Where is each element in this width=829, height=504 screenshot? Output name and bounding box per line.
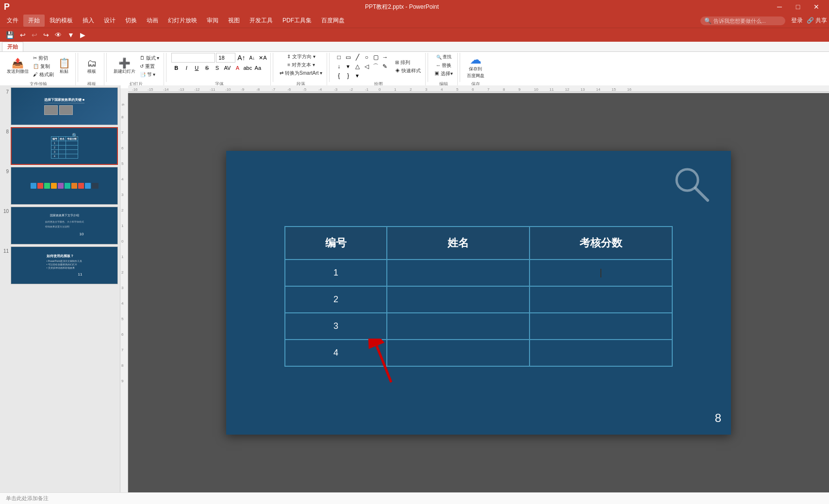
font-size-input[interactable] [216,53,235,63]
shape-freeform[interactable]: ✎ [381,62,389,71]
send-to-wechat-button[interactable]: 📤 发送到微信 [5,57,31,76]
table-cell-1-score[interactable] [530,260,672,286]
table-cell-1-name[interactable] [387,260,530,286]
menu-review[interactable]: 审阅 [202,15,223,27]
menu-home[interactable]: 开始 [23,15,45,27]
template-button[interactable]: 🗂 模板 [84,57,99,76]
text-highlight-button[interactable]: abc [243,64,252,72]
table-cell-4-name[interactable] [387,340,530,366]
menu-insert[interactable]: 插入 [78,15,99,27]
maximize-button[interactable]: □ [789,0,807,14]
menu-design[interactable]: 设计 [99,15,120,27]
shape-arrow-d[interactable]: ↓ [334,62,343,71]
menu-animation[interactable]: 动画 [142,15,163,27]
qa-start-from-beginning[interactable]: ▶ [78,30,87,40]
save-to-baidu-button[interactable]: ☁ 保存到 百度网盘 [465,53,486,80]
underline-button[interactable]: U [192,64,201,72]
qa-undo[interactable]: ↩ [18,30,28,40]
slide-thumb-8[interactable]: 8 🔍 编号 姓名 考核分数 1 [2,127,118,165]
table-row-2[interactable]: 2 [285,286,672,313]
font-size-increase-button[interactable]: A↑ [236,53,246,62]
shape-rect[interactable]: □ [334,53,343,62]
slide-thumb-10[interactable]: 10 国家效效果下文字介绍 如何更改文字颜色、大小和字体样式 特殊效果设置方法说… [2,207,118,244]
align-text-button[interactable]: ≡ 对齐文本 ▾ [286,61,316,69]
shape-brace[interactable]: { [334,71,343,80]
clear-format-button[interactable]: ✕A [258,53,267,62]
menu-baidu[interactable]: 百度网盘 [316,15,349,27]
menu-transition[interactable]: 切换 [120,15,142,27]
table-cell-3-id[interactable]: 3 [285,313,387,340]
quick-styles-button[interactable]: ◈ 快速样式 [394,67,422,75]
qa-redo[interactable]: ↪ [41,30,51,40]
layout-button[interactable]: 🗒 版式 ▾ [138,54,161,62]
find-button[interactable]: 🔍 查找 [434,53,453,61]
table-cell-3-score[interactable] [530,313,672,340]
table-cell-2-id[interactable]: 2 [285,286,387,313]
font-size-decrease-button[interactable]: A↓ [247,53,257,62]
text-direction-button[interactable]: ⇕ 文字方向 ▾ [285,53,317,61]
table-cell-2-score[interactable] [530,286,672,313]
slide-preview-11[interactable]: 如何使用此模板？ • PowerPoint是演示文稿制作工具 • 可以轻松创建精… [11,246,118,284]
qa-print-preview[interactable]: 👁 [53,30,64,40]
reset-button[interactable]: ↺ 重置 [138,63,161,70]
menu-mytemplate[interactable]: 我的模板 [45,15,78,27]
shape-rtri[interactable]: ◁ [362,62,371,71]
shape-tri[interactable]: △ [353,62,362,71]
slide-preview-8[interactable]: 🔍 编号 姓名 考核分数 1 2 3 [11,127,118,165]
font-aa-button[interactable]: Aa [253,64,263,72]
table-row-4[interactable]: 4 [285,340,672,366]
shape-circle[interactable]: ○ [362,53,371,62]
bold-button[interactable]: B [171,64,181,72]
menu-file[interactable]: 文件 [2,15,23,27]
table-cell-4-score[interactable] [530,340,672,366]
table-cell-2-name[interactable] [387,286,530,313]
menu-slideshow[interactable]: 幻灯片放映 [163,15,202,27]
minimize-button[interactable]: ─ [771,0,788,14]
slide-preview-10[interactable]: 国家效效果下文字介绍 如何更改文字颜色、大小和字体样式 特殊效果设置方法说明 1… [11,207,118,244]
search-input[interactable] [713,18,781,24]
qa-customize[interactable]: ▼ [66,30,76,40]
slide-preview-9[interactable] [11,167,118,205]
table-cell-1-id[interactable]: 1 [285,260,387,286]
copy-button[interactable]: 📋 复制 [32,63,55,70]
slide-thumb-9[interactable]: 9 [2,167,118,205]
italic-button[interactable]: I [182,64,191,72]
slide-thumb-7[interactable]: 7 选择下国家效效果的关键 ■ [2,87,118,125]
shape-rounded-rect[interactable]: ▭ [344,53,352,62]
close-button[interactable]: ✕ [808,0,825,14]
font-name-input[interactable] [171,53,215,63]
notes-bar[interactable]: 单击此处添加备注 [0,492,829,504]
arrange-button[interactable]: ⊞ 排列 [394,59,422,66]
replace-button[interactable]: ↔ 替换 [434,62,453,69]
format-painter-button[interactable]: 🖌 格式刷 [32,71,55,79]
new-slide-button[interactable]: ➕ 新建幻灯片 [112,57,137,76]
slide-preview-7[interactable]: 选择下国家效效果的关键 ■ [11,87,118,125]
slide-thumb-11[interactable]: 11 如何使用此模板？ • PowerPoint是演示文稿制作工具 • 可以轻松… [2,246,118,284]
slide-panel[interactable]: 7 选择下国家效效果的关键 ■ 8 🔍 [0,85,120,492]
cut-button[interactable]: ✂ 剪切 [32,54,55,62]
paste-button[interactable]: 📋 粘贴 [56,57,72,76]
slide-table[interactable]: 编号 姓名 考核分数 1 [284,226,673,367]
menu-view[interactable]: 视图 [223,15,245,27]
shape-more[interactable]: ▾ [344,62,352,71]
search-box[interactable]: 🔍 [700,16,785,25]
section-button[interactable]: 📑 节 ▾ [138,71,161,79]
select-button[interactable]: ▣ 选择▾ [433,70,454,78]
shape-arrow-r[interactable]: → [381,53,389,62]
shape-line[interactable]: ╱ [353,53,362,62]
menu-devtools[interactable]: 开发工具 [245,15,278,27]
login-button[interactable]: 登录 [791,16,803,25]
table-cell-3-name[interactable] [387,313,530,340]
share-button[interactable]: 🔗 共享 [807,16,827,25]
slide-canvas[interactable]: 编号 姓名 考核分数 1 [128,93,829,492]
strikethrough-button[interactable]: S [202,64,212,72]
convert-smartart-button[interactable]: ⇄ 转换为SmartArt ▾ [278,69,324,77]
table-row-1[interactable]: 1 [285,260,672,286]
char-spacing-button[interactable]: AV [222,64,232,72]
menu-pdf[interactable]: PDF工具集 [278,15,316,27]
shape-curve[interactable]: ⌒ [371,62,380,71]
shape-more2[interactable]: ▾ [353,71,362,80]
qa-save[interactable]: 💾 [4,30,16,40]
shape-rect2[interactable]: ▢ [371,53,380,62]
font-color-button[interactable]: A [232,64,242,72]
